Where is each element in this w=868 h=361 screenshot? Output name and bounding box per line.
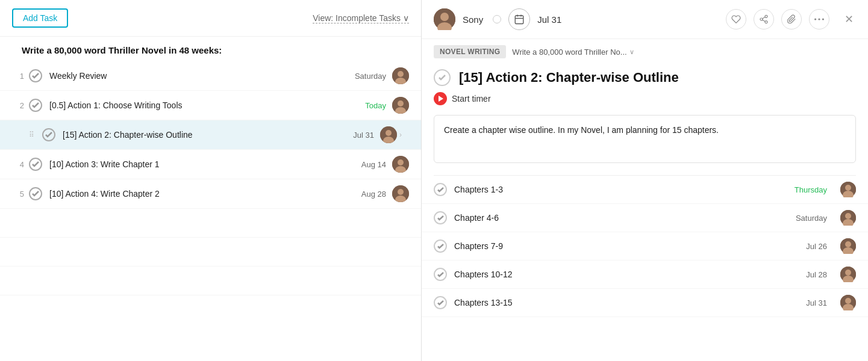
subtask-due-date: Jul 28	[806, 270, 827, 279]
task-due-date: Aug 28	[361, 190, 386, 199]
svg-point-16	[440, 13, 449, 21]
task-checkbox[interactable]	[42, 128, 55, 141]
subtask-checkbox[interactable]	[434, 296, 447, 309]
subtask-name: Chapters 10-12	[454, 270, 799, 279]
task-row[interactable]: ⠿[15] Action 2: Chapter-wise OutlineJul …	[0, 120, 421, 150]
drag-handle-icon[interactable]: ⠿	[29, 131, 39, 139]
row-number: 4	[12, 160, 24, 169]
subtask-name: Chapters 13-15	[454, 298, 799, 307]
close-button[interactable]: ✕	[841, 12, 856, 26]
subtask-name: Chapters 7-9	[454, 241, 799, 251]
left-panel: Add Task View: Incomplete Tasks ∨ Write …	[0, 0, 422, 361]
task-row[interactable]: 2[0.5] Action 1: Choose Writing ToolsTod…	[0, 91, 421, 120]
task-assignee-avatar	[380, 126, 397, 143]
subtask-row[interactable]: Chapters 7-9Jul 26	[422, 232, 868, 261]
description-box[interactable]: Create a chapter wise outline. In my Nov…	[434, 115, 856, 163]
subtask-due-date: Jul 31	[806, 298, 827, 307]
svg-point-13	[398, 189, 404, 195]
task-row[interactable]: 4[10] Action 3: Write Chapter 1Aug 14	[0, 150, 421, 179]
subtask-list: Chapters 1-3ThursdayChapter 4-6SaturdayC…	[422, 176, 868, 317]
row-number: 2	[12, 101, 24, 110]
svg-point-32	[845, 185, 851, 191]
task-name: [10] Action 4: Wirte Chapter 2	[49, 189, 361, 199]
breadcrumb: NOVEL WRITING Write a 80,000 word Thrill…	[422, 39, 868, 64]
task-rows: 1Weekly ReviewSaturday2[0.5] Action 1: C…	[0, 61, 421, 209]
task-main-title: [15] Action 2: Chapter-wise Outline	[459, 70, 679, 85]
subtask-name: Chapters 1-3	[454, 185, 787, 194]
chevron-down-icon: ∨	[403, 13, 409, 23]
subtask-row[interactable]: Chapters 10-12Jul 28	[422, 261, 868, 289]
subtask-row[interactable]: Chapters 1-3Thursday	[422, 176, 868, 204]
svg-point-24	[765, 21, 767, 23]
calendar-button[interactable]	[508, 8, 530, 30]
svg-point-1	[398, 71, 404, 77]
empty-row-3	[0, 267, 421, 295]
task-assignee-avatar	[392, 97, 409, 114]
timer-icon	[434, 92, 447, 105]
svg-point-22	[765, 15, 767, 17]
row-number: 1	[12, 72, 24, 81]
row-number: 5	[12, 190, 24, 199]
right-panel: Sony Jul 31	[422, 0, 868, 361]
task-due-date: Aug 14	[361, 160, 386, 169]
svg-line-26	[763, 17, 766, 19]
heart-button[interactable]	[726, 9, 746, 29]
svg-point-4	[398, 100, 404, 106]
svg-point-7	[386, 130, 392, 136]
task-list: Write a 80,000 word Thriller Novel in 48…	[0, 37, 421, 361]
svg-rect-18	[515, 16, 523, 24]
breadcrumb-tag: NOVEL WRITING	[434, 45, 506, 58]
subtask-checkbox[interactable]	[434, 268, 447, 281]
breadcrumb-path[interactable]: Write a 80,000 word Thriller No... ∨	[512, 48, 634, 57]
start-timer-button[interactable]: Start timer	[452, 94, 491, 103]
task-assignee-avatar	[392, 156, 409, 173]
add-task-button[interactable]: Add Task	[12, 8, 68, 28]
subtask-assignee-avatar	[840, 295, 856, 310]
task-row[interactable]: 1Weekly ReviewSaturday	[0, 61, 421, 91]
svg-marker-30	[439, 96, 443, 102]
subtask-assignee-avatar	[840, 267, 856, 282]
subtask-checkbox[interactable]	[434, 183, 447, 196]
paperclip-button[interactable]	[781, 9, 802, 29]
svg-point-29	[822, 18, 824, 20]
subtask-assignee-avatar	[840, 182, 856, 197]
task-title-row: [15] Action 2: Chapter-wise Outline	[422, 64, 868, 88]
subtask-name: Chapter 4-6	[454, 213, 788, 223]
task-checkbox[interactable]	[29, 99, 42, 112]
svg-point-41	[845, 270, 851, 276]
task-due-date: Jul 31	[353, 131, 374, 140]
task-checkbox[interactable]	[29, 69, 42, 82]
view-filter-dropdown[interactable]: View: Incomplete Tasks ∨	[313, 13, 409, 23]
task-row[interactable]: 5[10] Action 4: Wirte Chapter 2Aug 28	[0, 179, 421, 209]
task-checkbox[interactable]	[29, 187, 42, 200]
more-button[interactable]	[809, 9, 829, 29]
share-button[interactable]	[754, 9, 774, 29]
task-assignee-avatar	[392, 67, 409, 84]
assignee-avatar	[434, 8, 455, 30]
assignee-status-dot	[493, 15, 501, 23]
task-name: Weekly Review	[49, 71, 355, 81]
chevron-down-icon: ∨	[629, 48, 634, 56]
subtask-row[interactable]: Chapters 13-15Jul 31	[422, 289, 868, 317]
svg-point-28	[818, 18, 820, 20]
due-date: Jul 31	[537, 14, 561, 25]
subtask-assignee-avatar	[840, 210, 856, 226]
chevron-right-icon: ›	[399, 131, 409, 139]
view-filter-label: View: Incomplete Tasks	[313, 13, 401, 23]
task-name: [10] Action 3: Write Chapter 1	[49, 159, 361, 169]
task-checkbox[interactable]	[29, 158, 42, 171]
svg-point-10	[398, 159, 404, 165]
task-assignee-avatar	[392, 185, 409, 202]
svg-point-44	[845, 298, 851, 304]
subtask-checkbox[interactable]	[434, 239, 447, 253]
svg-point-35	[845, 213, 851, 219]
task-due-date: Today	[365, 101, 386, 110]
breadcrumb-path-text: Write a 80,000 word Thriller No...	[512, 48, 626, 57]
task-due-date: Saturday	[355, 72, 386, 81]
empty-row-2	[0, 238, 421, 267]
task-complete-checkbox[interactable]	[434, 69, 451, 86]
section-title: Write a 80,000 word Thriller Novel in 48…	[0, 37, 421, 61]
subtask-row[interactable]: Chapter 4-6Saturday	[422, 204, 868, 232]
subtask-checkbox[interactable]	[434, 211, 447, 224]
subtask-due-date: Saturday	[796, 214, 827, 223]
